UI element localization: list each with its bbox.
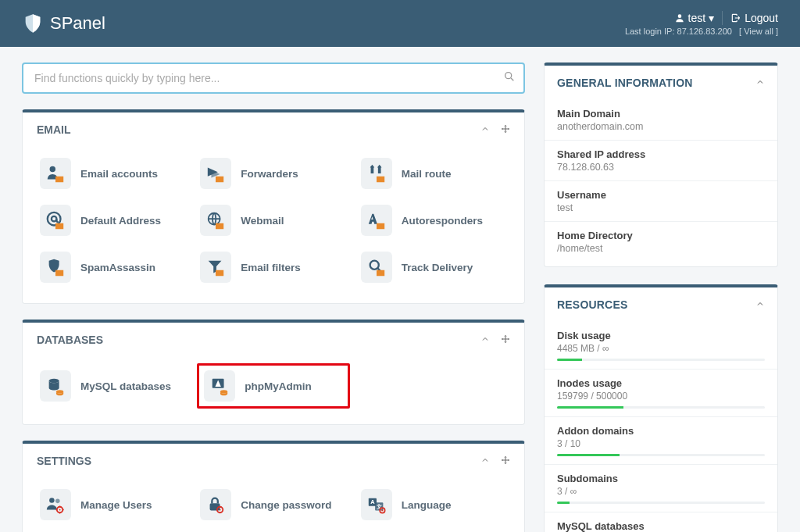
- route-icon: [361, 158, 392, 189]
- shield-icon: [22, 12, 44, 34]
- tile-label: Webmail: [241, 215, 284, 227]
- info-label: Username: [557, 189, 765, 201]
- resource-label: Subdomains: [557, 473, 765, 484]
- tile-forwarders[interactable]: Forwarders: [197, 153, 349, 194]
- user-mail-icon: [40, 158, 71, 189]
- tile-mysql-databases[interactable]: MySQL databases: [37, 363, 189, 409]
- tile-mail-route[interactable]: Mail route: [358, 153, 510, 194]
- auto-icon: [361, 205, 392, 236]
- tile-email-accounts[interactable]: Email accounts: [37, 153, 189, 194]
- search-icon: [503, 70, 516, 86]
- view-all-link[interactable]: [ View all ]: [739, 27, 778, 36]
- collapse-icon[interactable]: [755, 298, 765, 311]
- info-row: Usernametest: [545, 180, 777, 221]
- search-box: [22, 62, 525, 94]
- move-icon[interactable]: [501, 123, 510, 136]
- collapse-icon[interactable]: [480, 123, 490, 136]
- tile-label: Email filters: [241, 262, 301, 273]
- info-value: 78.128.60.63: [557, 162, 765, 173]
- pma-icon: [204, 370, 235, 402]
- svg-line-1: [511, 78, 513, 80]
- tile-email-filters[interactable]: Email filters: [197, 247, 349, 287]
- lock-icon: [200, 489, 231, 520]
- resource-label: Disk usage: [557, 330, 765, 341]
- forward-icon: [200, 158, 231, 189]
- users-icon: [40, 489, 71, 520]
- resource-value: 159799 / 500000: [557, 391, 765, 402]
- info-label: Home Directory: [557, 230, 765, 241]
- svg-point-18: [220, 509, 221, 511]
- section-title: EMAIL: [37, 123, 71, 136]
- chevron-down-icon: ▾: [709, 12, 714, 24]
- section-title: SETTINGS: [37, 455, 91, 467]
- resource-label: Inodes usage: [557, 377, 765, 389]
- tile-label: Change password: [241, 499, 331, 511]
- shield-icon: [40, 252, 71, 283]
- resource-value: 4485 MB / ∞: [557, 343, 765, 354]
- resource-row: MySQL databases20 / ∞: [545, 512, 777, 532]
- progress-bar: [557, 502, 765, 504]
- user-icon: [674, 12, 685, 23]
- logout-icon: [730, 12, 741, 23]
- panel-title: RESOURCES: [557, 298, 627, 311]
- last-login-ip: 87.126.83.200: [677, 27, 732, 36]
- resource-row: Inodes usage159799 / 500000: [545, 369, 777, 416]
- tile-default-address[interactable]: Default Address: [37, 200, 189, 241]
- tile-track-delivery[interactable]: Track Delivery: [358, 247, 510, 287]
- db-icon: [40, 370, 71, 402]
- panel-resources: RESOURCES Disk usage4485 MB / ∞Inodes us…: [544, 284, 778, 532]
- brand-logo[interactable]: SPanel: [22, 12, 105, 34]
- progress-bar: [557, 454, 765, 456]
- collapse-icon[interactable]: [480, 455, 490, 467]
- tile-spamassassin[interactable]: SpamAssassin: [37, 247, 189, 287]
- info-row: Home Directory/home/test: [545, 221, 777, 262]
- resource-row: Addon domains3 / 10: [545, 416, 777, 464]
- move-icon[interactable]: [501, 334, 510, 346]
- section-title: DATABASES: [37, 334, 103, 346]
- topbar: SPanel test ▾ Logout Last login IP: 87.1…: [0, 0, 800, 47]
- info-value: anotherdomain.com: [557, 121, 765, 132]
- svg-point-0: [505, 73, 512, 79]
- svg-text:A: A: [370, 498, 375, 505]
- svg-point-12: [49, 498, 54, 503]
- move-icon[interactable]: [501, 455, 510, 467]
- logout-label: Logout: [745, 12, 778, 24]
- svg-point-8: [49, 379, 59, 384]
- svg-point-9: [56, 390, 63, 393]
- logout-button[interactable]: Logout: [730, 12, 778, 24]
- svg-point-24: [381, 510, 383, 512]
- collapse-icon[interactable]: [755, 77, 765, 89]
- tile-phpmyadmin[interactable]: phpMyAdmin: [197, 363, 349, 409]
- tile-manage-users[interactable]: Manage Users: [37, 484, 189, 525]
- collapse-icon[interactable]: [480, 334, 490, 346]
- user-name: test: [688, 12, 706, 24]
- filter-icon: [200, 252, 231, 283]
- user-dropdown[interactable]: test ▾: [674, 12, 715, 24]
- info-value: /home/test: [557, 243, 765, 254]
- tile-autoresponders[interactable]: Autoresponders: [358, 200, 510, 241]
- brand-name: SPanel: [50, 13, 105, 34]
- tile-label: Track Delivery: [402, 262, 473, 273]
- progress-bar: [557, 406, 765, 409]
- resource-label: MySQL databases: [557, 520, 765, 532]
- tile-label: Default Address: [80, 215, 161, 227]
- panel-title: GENERAL INFORMATION: [557, 77, 693, 89]
- tile-label: Language: [402, 499, 452, 511]
- tile-label: Manage Users: [80, 499, 152, 511]
- resource-row: Disk usage4485 MB / ∞: [545, 322, 777, 369]
- section-settings: SETTINGS Manage UsersChange passwordA文La…: [22, 441, 525, 532]
- lang-icon: A文: [361, 489, 392, 520]
- search-input[interactable]: [22, 62, 525, 94]
- at-icon: [40, 205, 71, 236]
- last-login: Last login IP: 87.126.83.200 [ View all …: [625, 27, 778, 36]
- info-label: Shared IP address: [557, 148, 765, 160]
- info-value: test: [557, 202, 765, 213]
- section-databases: DATABASES MySQL databasesphpMyAdmin: [22, 320, 525, 425]
- tile-webmail[interactable]: Webmail: [197, 200, 349, 241]
- resource-label: Addon domains: [557, 425, 765, 437]
- svg-point-15: [59, 509, 61, 511]
- tile-language[interactable]: A文Language: [358, 484, 510, 525]
- tile-change-password[interactable]: Change password: [197, 484, 349, 525]
- progress-bar: [557, 359, 765, 361]
- panel-general-info: GENERAL INFORMATION Main Domainanotherdo…: [544, 62, 778, 267]
